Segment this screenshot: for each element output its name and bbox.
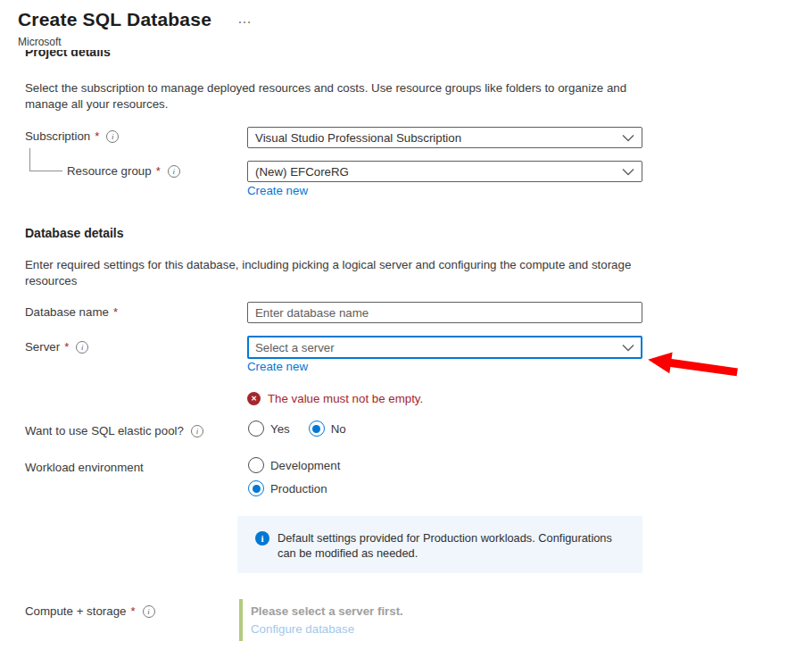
error-icon: ✕ <box>247 392 261 405</box>
error-message: The value must not be empty. <box>268 392 423 405</box>
elastic-pool-no-radio[interactable] <box>309 421 325 437</box>
create-new-server-link[interactable]: Create new <box>247 360 308 373</box>
server-dropdown[interactable]: Select a server <box>247 336 642 359</box>
workload-production-radio[interactable] <box>248 480 264 496</box>
elastic-pool-yes-label[interactable]: Yes <box>270 422 290 436</box>
required-marker: * <box>64 340 69 354</box>
info-icon[interactable]: i <box>143 605 155 618</box>
resource-group-connector-line <box>29 148 62 171</box>
info-icon[interactable]: i <box>168 165 180 178</box>
info-banner-message: Default settings provided for Production… <box>278 530 633 561</box>
subscription-label: Subscription * i <box>25 129 119 143</box>
compute-storage-label: Compute + storage * i <box>25 604 155 618</box>
configure-database-link[interactable]: Configure database <box>251 622 354 636</box>
compute-storage-message: Please select a server first. <box>251 604 403 618</box>
red-annotation-arrow <box>646 352 741 389</box>
resource-group-dropdown[interactable]: (New) EFCoreRG <box>247 161 642 182</box>
workload-development-option: Development <box>248 457 340 473</box>
workload-development-label[interactable]: Development <box>270 459 340 472</box>
elastic-pool-no-label[interactable]: No <box>331 422 346 436</box>
workload-environment-label: Workload environment <box>25 461 144 474</box>
elastic-pool-label: Want to use SQL elastic pool? i <box>25 424 203 437</box>
more-options-icon[interactable]: … <box>237 11 253 27</box>
info-filled-icon: i <box>255 531 269 546</box>
workload-production-option: Production <box>248 480 327 496</box>
chevron-down-icon <box>622 344 634 352</box>
info-icon[interactable]: i <box>106 130 119 143</box>
required-marker: * <box>95 129 99 143</box>
database-details-heading: Database details <box>25 226 124 240</box>
info-icon[interactable]: i <box>76 341 88 354</box>
required-marker: * <box>130 604 135 618</box>
database-description: Enter required settings for this databas… <box>25 257 634 288</box>
resource-group-label: Resource group * i <box>67 164 180 178</box>
project-details-heading-clipped: Project details <box>25 50 111 62</box>
elastic-pool-yes-radio[interactable] <box>248 421 264 437</box>
info-icon[interactable]: i <box>191 425 203 437</box>
workload-development-radio[interactable] <box>248 457 264 473</box>
page-title: Create SQL Database <box>18 9 211 30</box>
create-new-resource-group-link[interactable]: Create new <box>247 184 308 197</box>
server-validation-error: ✕ The value must not be empty. <box>247 392 423 405</box>
chevron-down-icon <box>622 134 634 142</box>
database-name-input[interactable] <box>247 302 642 323</box>
subscription-dropdown[interactable]: Visual Studio Professional Subscription <box>247 127 642 148</box>
database-name-label: Database name * <box>25 305 118 319</box>
compute-storage-status-bar <box>239 599 243 641</box>
required-marker: * <box>156 164 161 178</box>
workload-production-label[interactable]: Production <box>270 482 327 496</box>
server-label: Server * i <box>25 340 88 354</box>
chevron-down-icon <box>622 168 634 176</box>
create-sql-database-page: Create SQL Database … Microsoft Project … <box>0 0 812 658</box>
required-marker: * <box>113 305 118 319</box>
production-info-banner: i Default settings provided for Producti… <box>237 516 642 573</box>
elastic-pool-options: Yes No <box>248 421 346 437</box>
project-description: Select the subscription to manage deploy… <box>25 80 628 112</box>
publisher-label: Microsoft <box>18 36 62 48</box>
